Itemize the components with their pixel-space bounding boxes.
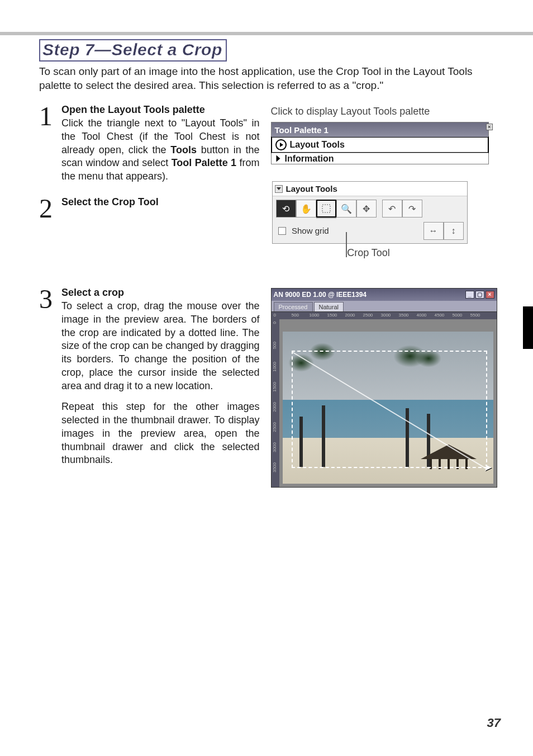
step-title: Step 7—Select a Crop <box>39 39 227 62</box>
step-1-tools-word: Tools <box>170 144 197 155</box>
ruler-tick: 1500 <box>272 382 277 392</box>
ruler-tick: 1000 <box>310 313 320 318</box>
preview-tabs: Processed Natural <box>272 301 497 311</box>
thumb-tab <box>523 306 533 349</box>
ruler-tick: 4500 <box>435 313 445 318</box>
layout-tools-header[interactable]: Layout Tools <box>273 182 467 196</box>
layout-tools-panel: Layout Tools ⟲ ✋ 🔍 ✥ ↶ ↷ <box>272 181 468 244</box>
ruler-tick: 2000 <box>345 313 355 318</box>
crop-icon <box>321 203 332 214</box>
preview-canvas[interactable]: ➤ <box>279 319 497 487</box>
ruler-tick: 1000 <box>272 362 277 372</box>
flip-horizontal-button[interactable]: ↔ <box>423 222 444 240</box>
ruler-vertical: 0 500 1000 1500 2000 2500 3000 3500 <box>272 319 279 487</box>
ruler-tick: 0 <box>274 313 276 318</box>
step-1: 1 Open the Layout Tools palette Click th… <box>39 103 260 183</box>
minimize-button[interactable]: _ <box>465 291 474 299</box>
step-3-number: 3 <box>39 286 61 467</box>
connector-line <box>346 232 347 257</box>
page-number: 37 <box>487 716 501 730</box>
layout-tools-toolbar: ⟲ ✋ 🔍 ✥ ↶ ↷ <box>273 196 467 218</box>
tool-palette-panel: Tool Palette 1 × Layout Tools Informatio… <box>271 122 489 164</box>
ruler-horizontal: 0 500 1000 1500 2000 2500 3000 3500 4000… <box>272 311 497 319</box>
step-1-number: 1 <box>39 103 61 183</box>
triangle-icon <box>276 155 280 162</box>
top-rule <box>0 32 533 35</box>
layout-tools-panel-title: Layout Tools <box>286 184 337 193</box>
information-row[interactable]: Information <box>272 153 488 164</box>
rotate-tool-button[interactable]: ⟲ <box>276 200 296 218</box>
ruler-tick: 4000 <box>417 313 427 318</box>
preview-window: AN 9000 ED 1.00 @ IEEE1394 _ ▢ × Process… <box>271 288 497 488</box>
ruler-tick: 0 <box>272 322 277 324</box>
ruler-tick: 5500 <box>470 313 480 318</box>
tool-palette-titlebar[interactable]: Tool Palette 1 × <box>272 122 488 137</box>
ruler-tick: 1500 <box>327 313 337 318</box>
flip-vertical-button[interactable]: ↕ <box>444 222 464 240</box>
tab-natural[interactable]: Natural <box>314 302 344 311</box>
hand-tool-button[interactable]: ✋ <box>296 200 316 218</box>
ruler-tick: 2500 <box>363 313 373 318</box>
step-3-text-a: To select a crop, drag the mouse over th… <box>61 300 260 391</box>
tool-palette-title: Tool Palette 1 <box>275 125 329 135</box>
step-1-head: Open the Layout Tools palette <box>61 104 205 115</box>
focus-tool-button[interactable]: ✥ <box>356 200 377 218</box>
step-2-number: 2 <box>39 196 61 219</box>
ruler-tick: 3500 <box>272 462 277 472</box>
maximize-button[interactable]: ▢ <box>475 291 484 299</box>
chevron-down-icon[interactable] <box>275 185 283 193</box>
steps-column: 1 Open the Layout Tools palette Click th… <box>39 103 260 488</box>
ruler-tick: 3000 <box>272 442 277 452</box>
layout-tools-label: Layout Tools <box>290 140 345 150</box>
step-3: 3 Select a crop To select a crop, drag t… <box>39 286 260 467</box>
step-2-head: Select the Crop Tool <box>61 196 159 207</box>
step-3-text-b: Repeat this step for the other images se… <box>61 400 260 467</box>
layout-tools-row[interactable]: Layout Tools <box>271 136 489 153</box>
ruler-tick: 2500 <box>272 422 277 432</box>
crop-tool-button[interactable] <box>316 200 336 218</box>
rotate-right-button[interactable]: ↷ <box>402 200 422 218</box>
step-3-head: Select a crop <box>61 287 124 298</box>
show-grid-checkbox[interactable]: Show grid <box>278 226 329 236</box>
close-icon[interactable]: × <box>486 124 493 130</box>
step-2: 2 Select the Crop Tool <box>39 196 260 219</box>
caption-layout-tools: Click to display Layout Tools palette <box>271 106 499 117</box>
svg-rect-0 <box>322 205 330 212</box>
ruler-tick: 5000 <box>453 313 463 318</box>
show-grid-label: Show grid <box>292 226 329 235</box>
caption-crop-tool: Crop Tool <box>271 247 467 259</box>
zoom-tool-button[interactable]: 🔍 <box>336 200 356 218</box>
cursor-icon: ➤ <box>484 461 492 474</box>
step-1-toolpalette-word: Tool Palette 1 <box>172 157 236 168</box>
preview-title: AN 9000 ED 1.00 @ IEEE1394 <box>274 291 367 299</box>
close-button[interactable]: × <box>486 291 494 299</box>
rotate-left-button[interactable]: ↶ <box>382 200 402 218</box>
preview-titlebar[interactable]: AN 9000 ED 1.00 @ IEEE1394 _ ▢ × <box>272 289 497 301</box>
ruler-tick: 3000 <box>381 313 391 318</box>
ruler-tick: 3500 <box>399 313 409 318</box>
tab-processed[interactable]: Processed <box>274 302 313 311</box>
intro-text: To scan only part of an image into the h… <box>39 65 499 92</box>
figures-column: Click to display Layout Tools palette To… <box>271 103 499 488</box>
information-label: Information <box>285 154 334 164</box>
checkbox-icon <box>278 227 286 235</box>
ruler-tick: 2000 <box>272 402 277 412</box>
play-circle-icon <box>275 139 287 150</box>
ruler-tick: 500 <box>272 342 277 349</box>
ruler-tick: 500 <box>292 313 299 318</box>
